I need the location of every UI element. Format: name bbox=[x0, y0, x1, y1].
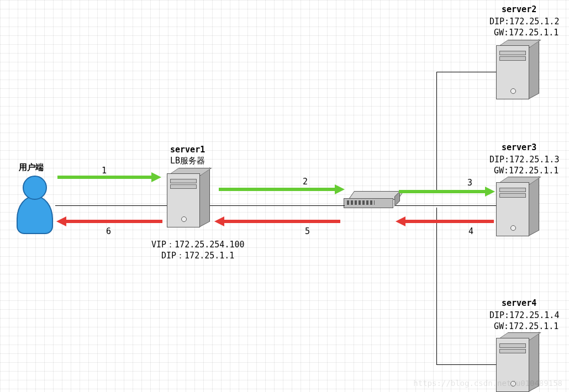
server4-gw: GW:172.25.1.1 bbox=[494, 321, 559, 331]
watermark: https://blog.csdn.net/u010489158 bbox=[413, 379, 562, 388]
step-2: 2 bbox=[303, 177, 308, 187]
server4-name: server4 bbox=[502, 298, 536, 308]
link-bus-server2 bbox=[436, 72, 496, 72]
server2-gw: GW:172.25.1.1 bbox=[494, 28, 559, 38]
switch-icon bbox=[344, 191, 397, 208]
step-6: 6 bbox=[106, 226, 111, 236]
arrow-6-reverse bbox=[66, 220, 162, 223]
user-icon bbox=[15, 176, 54, 242]
link-user-server1 bbox=[55, 205, 167, 206]
server2-name: server2 bbox=[502, 4, 536, 14]
bus-up bbox=[436, 72, 437, 192]
bus-down bbox=[436, 208, 437, 364]
link-bus-server4 bbox=[436, 364, 496, 365]
server3-gw: GW:172.25.1.1 bbox=[494, 166, 559, 176]
arrow-4-reverse bbox=[405, 220, 494, 223]
server2-icon bbox=[496, 40, 539, 99]
server1-role: LB服务器 bbox=[170, 156, 205, 166]
step-1: 1 bbox=[102, 166, 107, 176]
server3-dip: DIP:172.25.1.3 bbox=[489, 155, 559, 165]
link-server1-switch bbox=[210, 205, 345, 206]
step-3: 3 bbox=[467, 178, 472, 188]
link-switch-server3 bbox=[396, 205, 496, 206]
step-4: 4 bbox=[468, 226, 473, 236]
server1-icon bbox=[167, 168, 210, 227]
server1-dip: DIP：172.25.1.1 bbox=[161, 251, 234, 261]
arrow-2-forward bbox=[219, 188, 335, 191]
server1-vip: VIP：172.25.254.100 bbox=[151, 240, 245, 250]
client-title: 用户端 bbox=[19, 162, 44, 173]
arrow-1-forward bbox=[57, 176, 151, 179]
server1-name: server1 bbox=[170, 145, 205, 155]
step-5: 5 bbox=[305, 226, 310, 236]
arrow-5-reverse bbox=[224, 220, 340, 223]
server3-icon bbox=[496, 177, 539, 236]
server4-dip: DIP:172.25.1.4 bbox=[489, 310, 559, 320]
server2-dip: DIP:172.25.1.2 bbox=[489, 17, 559, 27]
arrow-3-forward bbox=[399, 190, 485, 193]
server3-name: server3 bbox=[502, 142, 536, 152]
